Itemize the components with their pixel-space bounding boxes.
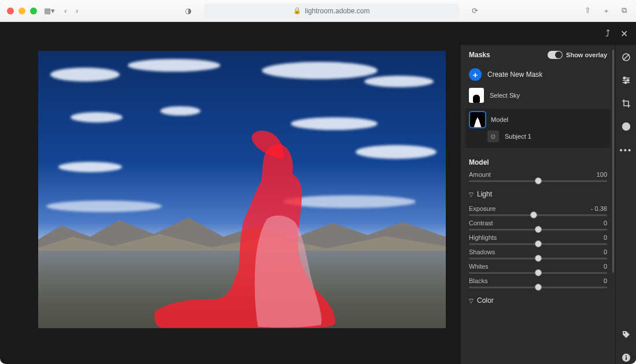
amount-slider[interactable]: Amount 100: [461, 168, 615, 182]
mask-item-sky[interactable]: Select Sky: [461, 84, 615, 106]
slider-label: Exposure: [469, 205, 496, 212]
mask-label: Model: [491, 116, 508, 123]
chevron-down-icon: ▽: [469, 298, 474, 304]
cloud: [71, 112, 123, 122]
tag-icon[interactable]: [620, 328, 633, 341]
light-section-toggle[interactable]: ▽ Light: [461, 182, 615, 202]
selected-mask-name: Model: [461, 150, 615, 168]
svg-point-6: [627, 79, 628, 81]
svg-point-9: [622, 122, 630, 131]
color-section-label: Color: [477, 296, 494, 304]
mask-thumb-sky: [469, 88, 484, 103]
share-icon[interactable]: ⤴: [605, 28, 610, 39]
reload-icon[interactable]: ⟳: [469, 5, 480, 16]
cloud: [58, 162, 122, 172]
create-new-mask-button[interactable]: + Create New Mask: [461, 62, 615, 84]
chevron-down-icon: ▽: [469, 191, 474, 198]
right-toolstrip: •••: [615, 45, 636, 364]
amount-label: Amount: [469, 171, 491, 178]
new-tab-icon[interactable]: ＋: [600, 5, 612, 17]
window-controls: [7, 8, 37, 14]
address-bar[interactable]: 🔒 lightroom.adobe.com: [204, 3, 459, 18]
address-text: lightroom.adobe.com: [305, 7, 369, 15]
slider-value: 0: [604, 220, 607, 226]
app-topbar: ⤴ ✕: [0, 22, 636, 45]
toggle-switch-icon: [548, 51, 563, 59]
person-icon: ☺: [487, 131, 499, 142]
tabs-overview-icon[interactable]: ⧉: [619, 5, 629, 17]
mask-component-label: Subject 1: [505, 133, 531, 140]
minimize-window-button[interactable]: [19, 8, 25, 14]
svg-point-12: [623, 332, 625, 334]
color-section-toggle[interactable]: ▽ Color: [461, 288, 615, 308]
subject-mask-overlay: [152, 128, 364, 328]
share-browser-icon[interactable]: ⇧: [582, 5, 593, 17]
svg-rect-15: [626, 355, 627, 356]
nav-forward-icon[interactable]: ›: [73, 5, 80, 16]
slider-value: 0: [604, 248, 607, 255]
slider-value: 0: [604, 234, 607, 241]
amount-value: 100: [597, 171, 607, 178]
workspace: Masks Show overlay + Create New Mask: [0, 45, 636, 364]
masks-panel-title: Masks: [469, 51, 490, 59]
healing-tool-icon[interactable]: [620, 51, 633, 64]
titlebar: ▦▾ ‹ › ◑ 🔒 lightroom.adobe.com ⟳ ⇧ ＋ ⧉: [0, 0, 636, 22]
masking-tool-icon[interactable]: [620, 120, 633, 133]
slider-label: Whites: [469, 263, 489, 270]
slider-label: Contrast: [469, 220, 493, 226]
light-section-label: Light: [477, 190, 492, 198]
cloud: [364, 76, 434, 87]
info-icon[interactable]: [620, 351, 633, 364]
slider-contrast[interactable]: Contrast0: [461, 216, 615, 231]
slider-value: 0: [604, 263, 607, 270]
slider-label: Shadows: [469, 248, 495, 255]
svg-rect-14: [626, 357, 627, 360]
mask-component-subject[interactable]: ☺ Subject 1: [470, 127, 606, 144]
crop-tool-icon[interactable]: [620, 97, 633, 110]
slider-label: Highlights: [469, 234, 497, 241]
cloud: [160, 106, 201, 116]
plus-icon: +: [469, 68, 482, 81]
sidebar-toggle-icon[interactable]: ▦▾: [42, 5, 57, 16]
nav-back-icon[interactable]: ‹: [62, 5, 69, 16]
browser-window: ▦▾ ‹ › ◑ 🔒 lightroom.adobe.com ⟳ ⇧ ＋ ⧉ ⤴…: [0, 0, 636, 364]
zoom-window-button[interactable]: [30, 8, 37, 14]
close-window-button[interactable]: [7, 8, 14, 14]
close-icon[interactable]: ✕: [620, 28, 628, 39]
slider-value: 0: [604, 277, 607, 284]
create-new-mask-label: Create New Mask: [487, 70, 542, 79]
scrollbar[interactable]: [612, 50, 614, 273]
right-panel: Masks Show overlay + Create New Mask: [460, 45, 615, 364]
more-icon[interactable]: •••: [620, 143, 633, 156]
lock-icon: 🔒: [293, 7, 301, 14]
cloud: [50, 68, 120, 81]
svg-point-7: [624, 81, 626, 83]
mask-thumb-model: [470, 112, 485, 127]
slider-value: - 0.38: [591, 205, 607, 212]
sliders-tool-icon[interactable]: [620, 74, 633, 87]
mask-item-model[interactable]: Model ☺ Subject 1: [465, 109, 611, 148]
photo-canvas[interactable]: [38, 51, 446, 328]
mask-label: Select Sky: [490, 92, 520, 99]
canvas-area: [0, 45, 460, 364]
slider-label: Blacks: [469, 277, 487, 284]
shield-icon[interactable]: ◑: [183, 5, 194, 16]
svg-point-5: [623, 77, 625, 79]
show-overlay-toggle[interactable]: Show overlay: [548, 51, 607, 59]
svg-line-1: [623, 54, 629, 60]
show-overlay-label: Show overlay: [566, 51, 607, 58]
lightroom-app: ⤴ ✕: [0, 22, 636, 364]
titlebar-right: ⇧ ＋ ⧉: [582, 5, 629, 17]
slider-exposure[interactable]: Exposure- 0.38: [461, 202, 615, 216]
